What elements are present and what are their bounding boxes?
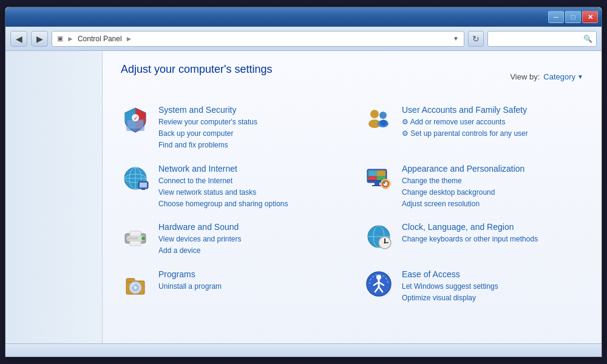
system-security-link-2[interactable]: Back up your computer — [158, 128, 340, 140]
svg-rect-34 — [126, 237, 138, 240]
hardware-sound-icon — [121, 222, 150, 251]
categories-grid: ✓ System and Security Review your comput… — [121, 105, 583, 304]
svg-point-33 — [141, 237, 145, 240]
view-by-control: View by: Category ▼ — [510, 72, 583, 81]
user-accounts-icon — [364, 105, 393, 134]
category-hardware-sound: Hardware and Sound View devices and prin… — [121, 222, 340, 257]
address-separator2: ► — [126, 35, 133, 43]
svg-rect-20 — [377, 170, 385, 176]
category-system-security: ✓ System and Security Review your comput… — [121, 105, 340, 152]
svg-rect-16 — [141, 189, 145, 190]
svg-point-28 — [383, 181, 385, 184]
system-security-icon: ✓ — [121, 105, 150, 134]
svg-rect-25 — [372, 185, 382, 186]
user-accounts-title[interactable]: User Accounts and Family Safety — [402, 105, 583, 115]
appearance-link-2[interactable]: Change desktop background — [402, 187, 583, 198]
svg-point-46 — [134, 286, 137, 289]
network-internet-link-3[interactable]: Choose homegroup and sharing options — [158, 198, 340, 210]
svg-rect-19 — [368, 170, 377, 176]
user-accounts-info: User Accounts and Family Safety ⚙ Add or… — [402, 105, 583, 140]
network-internet-link-1[interactable]: Connect to the Internet — [158, 175, 340, 187]
svg-rect-31 — [130, 231, 141, 236]
refresh-button[interactable]: ↻ — [468, 31, 484, 47]
appearance-link-1[interactable]: Change the theme — [402, 175, 583, 187]
forward-icon: ▶ — [36, 34, 43, 44]
programs-info: Programs Uninstall a program — [158, 269, 340, 292]
hardware-sound-link-2[interactable]: Add a device — [158, 245, 340, 257]
system-security-link-1[interactable]: Review your computer's status — [158, 116, 340, 128]
address-text: Control Panel — [78, 35, 122, 43]
appearance-icon — [364, 164, 393, 193]
category-programs: Programs Uninstall a program — [121, 269, 340, 304]
programs-link-1[interactable]: Uninstall a program — [158, 281, 340, 292]
view-by-dropdown[interactable]: Category ▼ — [543, 72, 583, 81]
svg-rect-32 — [130, 241, 141, 246]
system-security-link-3[interactable]: Find and fix problems — [158, 140, 340, 151]
network-internet-info: Network and Internet Connect to the Inte… — [158, 164, 340, 211]
title-bar: ─ □ ✕ — [5, 7, 602, 27]
view-by-value: Category — [543, 72, 575, 81]
network-internet-icon — [121, 164, 150, 193]
svg-rect-24 — [375, 183, 379, 185]
appearance-info: Appearance and Personalization Change th… — [402, 164, 583, 211]
programs-icon — [121, 269, 150, 298]
network-internet-link-2[interactable]: View network status and tasks — [158, 187, 340, 198]
category-network-internet: Network and Internet Connect to the Inte… — [121, 164, 340, 211]
category-user-accounts: User Accounts and Family Safety ⚙ Add or… — [364, 105, 583, 152]
page-title: Adjust your computer's settings — [121, 63, 273, 76]
category-clock-language: Clock, Language, and Region Change keybo… — [364, 222, 583, 257]
minimize-button[interactable]: ─ — [548, 11, 564, 23]
left-panel — [5, 51, 103, 343]
svg-rect-2 — [132, 130, 138, 132]
window-controls: ─ □ ✕ — [548, 11, 598, 23]
search-box[interactable]: 🔍 — [487, 31, 597, 47]
back-button[interactable]: ◀ — [10, 31, 27, 47]
ease-access-link-2[interactable]: Optimize visual display — [402, 292, 583, 304]
refresh-icon: ↻ — [472, 34, 480, 44]
svg-rect-15 — [140, 183, 147, 187]
toolbar: ◀ ▶ ▣ ► Control Panel ► ▼ ↻ 🔍 — [5, 27, 602, 51]
address-dropdown-button[interactable]: ▼ — [453, 35, 459, 42]
appearance-link-3[interactable]: Adjust screen resolution — [402, 198, 583, 210]
category-appearance: Appearance and Personalization Change th… — [364, 164, 583, 211]
maximize-button[interactable]: □ — [565, 11, 581, 23]
status-bar — [5, 343, 602, 357]
address-separator: ► — [67, 35, 74, 43]
content-area: Adjust your computer's settings View by:… — [5, 51, 602, 343]
main-window: ─ □ ✕ ◀ ▶ ▣ ► Control Panel ► ▼ ↻ 🔍 — [5, 7, 602, 357]
view-by-label: View by: — [510, 72, 540, 81]
clock-language-icon — [364, 222, 393, 251]
svg-point-7 — [379, 112, 387, 119]
clock-language-link-1[interactable]: Change keyboards or other input methods — [402, 234, 583, 245]
system-security-info: System and Security Review your computer… — [158, 105, 340, 152]
ease-access-link-1[interactable]: Let Windows suggest settings — [402, 281, 583, 292]
main-content: Adjust your computer's settings View by:… — [103, 51, 602, 343]
user-accounts-link-2[interactable]: ⚙ Set up parental controls for any user — [402, 128, 583, 140]
address-bar[interactable]: ▣ ► Control Panel ► ▼ — [52, 31, 464, 47]
close-button[interactable]: ✕ — [582, 11, 598, 23]
address-icon: ▣ — [57, 35, 63, 42]
category-ease-access: Ease of Access Let Windows suggest setti… — [364, 269, 583, 304]
svg-rect-1 — [127, 120, 143, 129]
view-by-arrow-icon: ▼ — [577, 73, 583, 80]
clock-language-title[interactable]: Clock, Language, and Region — [402, 222, 583, 232]
ease-access-icon — [364, 269, 393, 298]
svg-text:✓: ✓ — [134, 116, 138, 121]
hardware-sound-info: Hardware and Sound View devices and prin… — [158, 222, 340, 257]
forward-button[interactable]: ▶ — [31, 31, 48, 47]
svg-point-41 — [384, 242, 386, 244]
back-icon: ◀ — [16, 34, 22, 44]
ease-access-title[interactable]: Ease of Access — [402, 269, 583, 279]
user-accounts-link-1[interactable]: ⚙ Add or remove user accounts — [402, 116, 583, 128]
programs-title[interactable]: Programs — [158, 269, 340, 279]
clock-language-info: Clock, Language, and Region Change keybo… — [402, 222, 583, 245]
system-security-title[interactable]: System and Security — [158, 105, 340, 115]
svg-point-5 — [370, 110, 379, 118]
appearance-title[interactable]: Appearance and Personalization — [402, 164, 583, 174]
search-icon[interactable]: 🔍 — [583, 35, 592, 43]
network-internet-title[interactable]: Network and Internet — [158, 164, 340, 174]
hardware-sound-link-1[interactable]: View devices and printers — [158, 234, 340, 245]
ease-access-info: Ease of Access Let Windows suggest setti… — [402, 269, 583, 304]
hardware-sound-title[interactable]: Hardware and Sound — [158, 222, 340, 232]
